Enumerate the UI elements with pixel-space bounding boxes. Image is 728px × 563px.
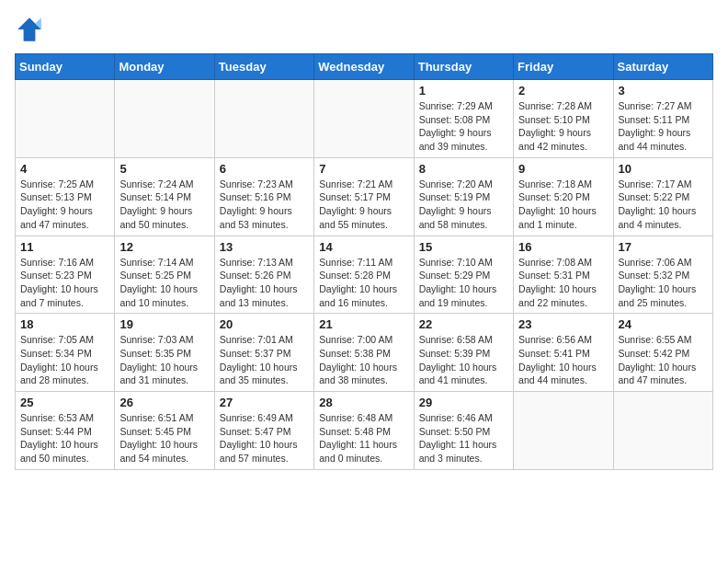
day-number: 21 bbox=[319, 317, 408, 331]
day-number: 5 bbox=[119, 162, 209, 176]
day-number: 16 bbox=[518, 240, 608, 254]
day-number: 29 bbox=[419, 396, 508, 409]
day-info: Sunrise: 7:13 AM Sunset: 5:26 PM Dayligh… bbox=[220, 256, 309, 310]
calendar-cell: 4Sunrise: 7:25 AM Sunset: 5:13 PM Daylig… bbox=[16, 157, 115, 236]
calendar-cell: 9Sunrise: 7:18 AM Sunset: 5:20 PM Daylig… bbox=[514, 157, 613, 236]
calendar-week-row: 1Sunrise: 7:29 AM Sunset: 5:08 PM Daylig… bbox=[16, 80, 713, 158]
day-info: Sunrise: 7:00 AM Sunset: 5:38 PM Dayligh… bbox=[319, 333, 408, 387]
calendar-week-row: 18Sunrise: 7:05 AM Sunset: 5:34 PM Dayli… bbox=[16, 314, 713, 392]
calendar-week-row: 11Sunrise: 7:16 AM Sunset: 5:23 PM Dayli… bbox=[16, 236, 713, 314]
day-number: 7 bbox=[319, 162, 408, 176]
calendar-table: SundayMondayTuesdayWednesdayThursdayFrid… bbox=[15, 53, 713, 470]
day-number: 17 bbox=[619, 240, 708, 254]
day-info: Sunrise: 7:20 AM Sunset: 5:19 PM Dayligh… bbox=[419, 178, 508, 232]
calendar-cell: 13Sunrise: 7:13 AM Sunset: 5:26 PM Dayli… bbox=[214, 236, 313, 314]
day-number: 18 bbox=[20, 317, 109, 331]
calendar-cell bbox=[514, 392, 613, 470]
day-info: Sunrise: 6:49 AM Sunset: 5:47 PM Dayligh… bbox=[220, 411, 309, 465]
day-number: 9 bbox=[518, 162, 608, 176]
calendar-cell bbox=[613, 392, 712, 470]
calendar-cell: 18Sunrise: 7:05 AM Sunset: 5:34 PM Dayli… bbox=[16, 314, 115, 392]
calendar-cell: 28Sunrise: 6:48 AM Sunset: 5:48 PM Dayli… bbox=[314, 392, 414, 470]
day-number: 26 bbox=[119, 396, 209, 409]
day-number: 6 bbox=[220, 162, 309, 176]
calendar-cell bbox=[16, 80, 115, 158]
day-info: Sunrise: 7:21 AM Sunset: 5:17 PM Dayligh… bbox=[319, 178, 408, 232]
calendar-cell: 10Sunrise: 7:17 AM Sunset: 5:22 PM Dayli… bbox=[613, 157, 712, 236]
day-info: Sunrise: 6:58 AM Sunset: 5:39 PM Dayligh… bbox=[419, 333, 508, 387]
calendar-cell: 26Sunrise: 6:51 AM Sunset: 5:45 PM Dayli… bbox=[115, 392, 214, 470]
day-info: Sunrise: 7:11 AM Sunset: 5:28 PM Dayligh… bbox=[319, 256, 408, 310]
calendar-week-row: 4Sunrise: 7:25 AM Sunset: 5:13 PM Daylig… bbox=[16, 157, 713, 236]
calendar-cell: 14Sunrise: 7:11 AM Sunset: 5:28 PM Dayli… bbox=[314, 236, 414, 314]
calendar-cell: 22Sunrise: 6:58 AM Sunset: 5:39 PM Dayli… bbox=[414, 314, 513, 392]
calendar-cell: 29Sunrise: 6:46 AM Sunset: 5:50 PM Dayli… bbox=[414, 392, 513, 470]
calendar-cell: 24Sunrise: 6:55 AM Sunset: 5:42 PM Dayli… bbox=[613, 314, 712, 392]
calendar-cell: 16Sunrise: 7:08 AM Sunset: 5:31 PM Dayli… bbox=[514, 236, 613, 314]
calendar-cell: 7Sunrise: 7:21 AM Sunset: 5:17 PM Daylig… bbox=[314, 157, 414, 236]
day-number: 27 bbox=[220, 396, 309, 409]
calendar-header-row: SundayMondayTuesdayWednesdayThursdayFrid… bbox=[16, 54, 713, 80]
day-number: 4 bbox=[20, 162, 109, 176]
calendar-cell bbox=[314, 80, 414, 158]
day-info: Sunrise: 7:08 AM Sunset: 5:31 PM Dayligh… bbox=[518, 256, 608, 310]
column-header-sunday: Sunday bbox=[16, 54, 115, 80]
day-number: 19 bbox=[119, 317, 209, 331]
day-number: 13 bbox=[220, 240, 309, 254]
calendar-cell: 2Sunrise: 7:28 AM Sunset: 5:10 PM Daylig… bbox=[514, 80, 613, 158]
column-header-friday: Friday bbox=[514, 54, 613, 80]
day-number: 15 bbox=[419, 240, 508, 254]
page-header bbox=[15, 15, 713, 44]
day-number: 8 bbox=[419, 162, 508, 176]
day-info: Sunrise: 7:27 AM Sunset: 5:11 PM Dayligh… bbox=[619, 99, 708, 154]
day-number: 12 bbox=[119, 240, 209, 254]
day-number: 3 bbox=[619, 84, 708, 98]
logo bbox=[15, 15, 48, 44]
day-info: Sunrise: 7:10 AM Sunset: 5:29 PM Dayligh… bbox=[419, 256, 508, 310]
calendar-cell: 8Sunrise: 7:20 AM Sunset: 5:19 PM Daylig… bbox=[414, 157, 513, 236]
calendar-cell: 25Sunrise: 6:53 AM Sunset: 5:44 PM Dayli… bbox=[16, 392, 115, 470]
calendar-cell: 6Sunrise: 7:23 AM Sunset: 5:16 PM Daylig… bbox=[214, 157, 313, 236]
calendar-cell: 20Sunrise: 7:01 AM Sunset: 5:37 PM Dayli… bbox=[214, 314, 313, 392]
day-info: Sunrise: 7:17 AM Sunset: 5:22 PM Dayligh… bbox=[619, 178, 708, 232]
day-number: 11 bbox=[20, 240, 109, 254]
day-info: Sunrise: 7:23 AM Sunset: 5:16 PM Dayligh… bbox=[220, 178, 309, 232]
day-info: Sunrise: 7:29 AM Sunset: 5:08 PM Dayligh… bbox=[419, 99, 508, 154]
day-info: Sunrise: 7:01 AM Sunset: 5:37 PM Dayligh… bbox=[220, 333, 309, 387]
day-info: Sunrise: 7:16 AM Sunset: 5:23 PM Dayligh… bbox=[20, 256, 109, 310]
day-number: 10 bbox=[619, 162, 708, 176]
column-header-monday: Monday bbox=[115, 54, 214, 80]
day-number: 23 bbox=[518, 317, 608, 331]
calendar-cell: 23Sunrise: 6:56 AM Sunset: 5:41 PM Dayli… bbox=[514, 314, 613, 392]
day-info: Sunrise: 6:55 AM Sunset: 5:42 PM Dayligh… bbox=[619, 333, 708, 387]
day-info: Sunrise: 7:03 AM Sunset: 5:35 PM Dayligh… bbox=[119, 333, 209, 387]
day-info: Sunrise: 7:24 AM Sunset: 5:14 PM Dayligh… bbox=[119, 178, 209, 232]
day-info: Sunrise: 6:51 AM Sunset: 5:45 PM Dayligh… bbox=[119, 411, 209, 465]
day-info: Sunrise: 7:14 AM Sunset: 5:25 PM Dayligh… bbox=[119, 256, 209, 310]
day-number: 24 bbox=[619, 317, 708, 331]
calendar-cell: 27Sunrise: 6:49 AM Sunset: 5:47 PM Dayli… bbox=[214, 392, 313, 470]
column-header-tuesday: Tuesday bbox=[214, 54, 313, 80]
day-number: 20 bbox=[220, 317, 309, 331]
day-info: Sunrise: 7:28 AM Sunset: 5:10 PM Dayligh… bbox=[518, 99, 608, 154]
day-info: Sunrise: 7:18 AM Sunset: 5:20 PM Dayligh… bbox=[518, 178, 608, 232]
day-number: 2 bbox=[518, 84, 608, 98]
day-number: 22 bbox=[419, 317, 508, 331]
calendar-cell: 15Sunrise: 7:10 AM Sunset: 5:29 PM Dayli… bbox=[414, 236, 513, 314]
calendar-cell: 21Sunrise: 7:00 AM Sunset: 5:38 PM Dayli… bbox=[314, 314, 414, 392]
calendar-cell: 19Sunrise: 7:03 AM Sunset: 5:35 PM Dayli… bbox=[115, 314, 214, 392]
calendar-cell: 1Sunrise: 7:29 AM Sunset: 5:08 PM Daylig… bbox=[414, 80, 513, 158]
day-info: Sunrise: 7:06 AM Sunset: 5:32 PM Dayligh… bbox=[619, 256, 708, 310]
day-info: Sunrise: 6:48 AM Sunset: 5:48 PM Dayligh… bbox=[319, 411, 408, 465]
calendar-cell bbox=[115, 80, 214, 158]
calendar-cell bbox=[214, 80, 313, 158]
day-info: Sunrise: 6:46 AM Sunset: 5:50 PM Dayligh… bbox=[419, 411, 508, 465]
day-number: 1 bbox=[419, 84, 508, 98]
calendar-cell: 17Sunrise: 7:06 AM Sunset: 5:32 PM Dayli… bbox=[613, 236, 712, 314]
day-number: 25 bbox=[20, 396, 109, 409]
calendar-cell: 5Sunrise: 7:24 AM Sunset: 5:14 PM Daylig… bbox=[115, 157, 214, 236]
calendar-cell: 3Sunrise: 7:27 AM Sunset: 5:11 PM Daylig… bbox=[613, 80, 712, 158]
column-header-saturday: Saturday bbox=[613, 54, 712, 80]
calendar-week-row: 25Sunrise: 6:53 AM Sunset: 5:44 PM Dayli… bbox=[16, 392, 713, 470]
day-info: Sunrise: 6:53 AM Sunset: 5:44 PM Dayligh… bbox=[20, 411, 109, 465]
